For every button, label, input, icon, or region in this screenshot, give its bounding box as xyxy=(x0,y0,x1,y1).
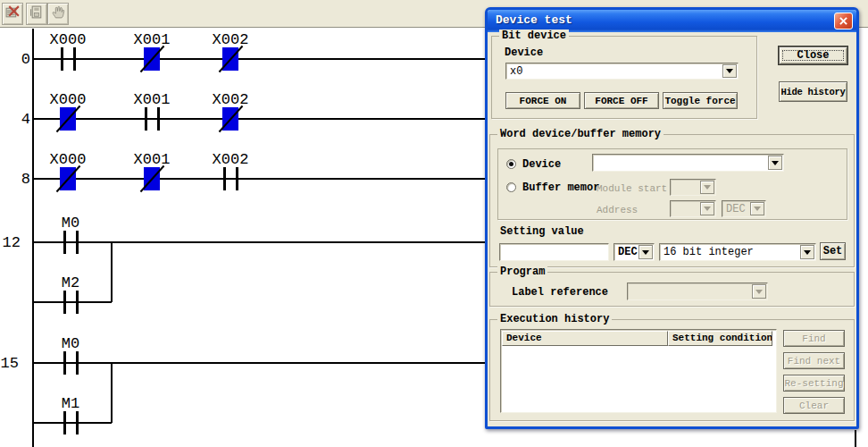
chevron-down-icon xyxy=(755,290,763,298)
module-start-label: Module start xyxy=(597,183,667,194)
contact-label: X002 xyxy=(190,31,271,48)
gx-developer-window: 0X000X001X0024X000X001X0028X000X001X0021… xyxy=(0,0,868,447)
buffer-memory-radio[interactable] xyxy=(506,182,516,192)
parallel-branch-vertical xyxy=(111,242,113,302)
chevron-down-icon xyxy=(772,161,779,169)
word-device-combobox[interactable] xyxy=(592,154,784,172)
format-combobox[interactable]: DEC xyxy=(613,243,655,261)
force-on-button[interactable]: FORCE ON xyxy=(505,92,580,109)
format-dropdown-button[interactable] xyxy=(638,245,653,259)
program-group-label: Program xyxy=(497,266,547,278)
close-button-x[interactable] xyxy=(834,13,853,30)
rung-step-number: 0 xyxy=(2,51,30,68)
toolbar-button-entry-data-monitor[interactable] xyxy=(26,3,47,25)
contact-bar xyxy=(236,167,238,190)
contact-bar xyxy=(63,231,66,254)
contact-label: X001 xyxy=(112,91,192,108)
contact-label: X001 xyxy=(112,31,192,48)
close-x-icon xyxy=(839,13,847,30)
contact-bar xyxy=(223,167,226,190)
toggle-force-button[interactable]: Toggle force xyxy=(663,92,738,109)
contact-bar xyxy=(76,351,79,375)
contact-label: X002 xyxy=(190,151,271,168)
clear-button: Clear xyxy=(783,397,845,414)
contact-label: X000 xyxy=(28,151,108,168)
label-reference-label: Label reference xyxy=(512,286,608,299)
parallel-branch-line xyxy=(32,301,112,303)
find-button: Find xyxy=(783,330,845,347)
contact-bar xyxy=(63,411,66,434)
setting-value-input[interactable] xyxy=(499,243,609,261)
close-button[interactable]: Close xyxy=(779,46,847,64)
word-device-group-label: Word device/buffer memory xyxy=(497,128,664,140)
bit-device-value: x0 xyxy=(510,65,522,78)
contact-bar xyxy=(61,47,63,71)
find-next-button: Find next xyxy=(783,352,845,369)
rung-line xyxy=(32,241,485,243)
contact-label: M2 xyxy=(30,274,111,291)
contact-bar xyxy=(73,47,76,71)
monitor-stop-icon xyxy=(5,4,21,24)
rung-step-number: 4 xyxy=(2,111,30,128)
contact-label: X000 xyxy=(28,31,108,48)
contact-bar xyxy=(157,107,160,131)
device-test-dialog: Device test Bit device Device x0 FORCE O… xyxy=(485,7,859,429)
toolbar-button-device-test[interactable] xyxy=(47,3,69,25)
rung-line xyxy=(32,118,485,120)
address-format-combobox: DEC xyxy=(722,200,766,217)
device-radio[interactable] xyxy=(506,159,516,169)
chevron-down-icon xyxy=(704,207,711,215)
device-test-hand-icon xyxy=(51,4,66,24)
contact-label: M0 xyxy=(30,215,111,232)
parallel-branch-vertical xyxy=(111,363,113,423)
chevron-down-icon xyxy=(642,250,649,258)
module-start-combobox xyxy=(670,179,716,196)
column-header-device[interactable]: Device xyxy=(502,331,668,346)
setting-value-label: Setting value xyxy=(500,225,584,238)
contact-bar xyxy=(76,291,79,314)
chevron-down-icon xyxy=(754,207,761,215)
rung-step-number: 8 xyxy=(2,171,30,188)
contact-bar xyxy=(76,231,79,254)
contact-label: X001 xyxy=(112,151,192,168)
contact-bar xyxy=(76,411,79,434)
rung-step-number: 15 xyxy=(0,355,19,372)
execution-history-list[interactable]: Device Setting condition xyxy=(500,329,777,413)
force-off-button[interactable]: FORCE OFF xyxy=(584,92,659,109)
address-combobox xyxy=(670,200,716,217)
column-header-setting-condition[interactable]: Setting condition xyxy=(668,331,772,346)
rung-line xyxy=(32,362,485,364)
rung-step-number: 12 xyxy=(0,234,21,251)
address-format-dropdown-button xyxy=(750,202,764,215)
label-reference-combobox xyxy=(627,283,768,300)
parallel-branch-line xyxy=(32,422,112,424)
chevron-down-icon xyxy=(704,185,711,193)
execution-history-group-label: Execution history xyxy=(497,313,612,325)
device-radio-label: Device xyxy=(522,158,561,171)
hide-history-button[interactable]: Hide history xyxy=(779,81,847,102)
rung-line xyxy=(32,58,485,60)
contact-label: X000 xyxy=(28,91,108,108)
bit-device-group-label: Bit device xyxy=(499,30,569,42)
toolbar-button-monitor-stop[interactable] xyxy=(2,3,23,25)
word-device-dropdown-button[interactable] xyxy=(768,156,782,170)
data-type-dropdown-button[interactable] xyxy=(800,245,814,259)
set-button[interactable]: Set xyxy=(820,242,846,260)
contact-bar xyxy=(63,291,66,314)
buffer-memory-radio-label: Buffer memor xyxy=(522,181,599,194)
data-type-combobox[interactable]: 16 bit integer xyxy=(659,243,816,261)
module-start-dropdown-button xyxy=(700,181,714,194)
chevron-down-icon xyxy=(804,250,811,258)
address-label: Address xyxy=(597,205,638,215)
contact-label: X002 xyxy=(190,91,271,108)
bit-device-dropdown-button[interactable] xyxy=(722,64,737,78)
re-setting-button: Re-setting xyxy=(783,375,845,392)
right-power-rail xyxy=(855,430,856,447)
bit-device-combobox[interactable]: x0 xyxy=(505,63,739,80)
contact-bar xyxy=(145,107,147,131)
rung-line xyxy=(32,178,485,180)
bit-device-device-label: Device xyxy=(505,46,543,59)
address-dropdown-button xyxy=(700,202,714,215)
contact-bar xyxy=(63,351,66,375)
contact-label: M1 xyxy=(30,395,111,412)
